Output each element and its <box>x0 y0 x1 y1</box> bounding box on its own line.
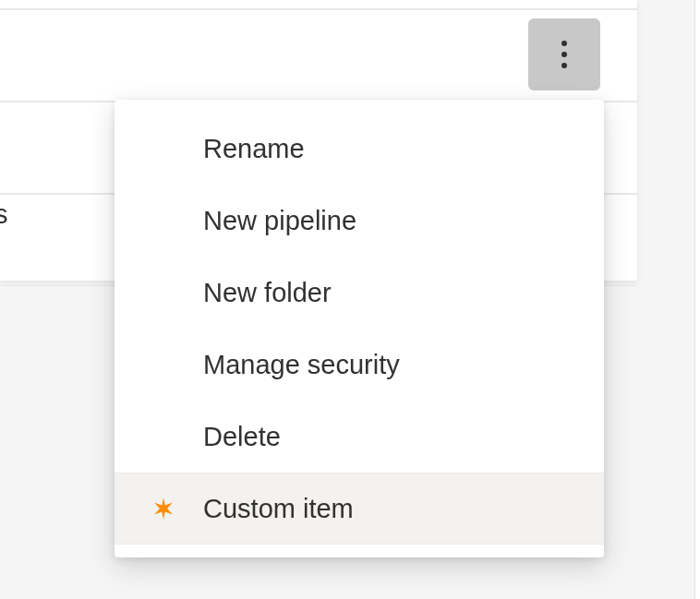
menu-item-rename[interactable]: Rename <box>115 113 604 185</box>
menu-item-label: New pipeline <box>203 206 356 236</box>
svg-point-0 <box>561 41 567 46</box>
svg-point-1 <box>561 52 567 57</box>
menu-item-new-folder[interactable]: New folder <box>115 257 604 329</box>
more-options-button[interactable] <box>528 18 600 90</box>
menu-item-delete[interactable]: Delete <box>115 401 604 473</box>
svg-point-2 <box>561 63 567 68</box>
menu-item-new-pipeline[interactable]: New pipeline <box>115 185 604 257</box>
menu-item-label: Custom item <box>203 494 354 524</box>
menu-item-label: Rename <box>203 134 305 164</box>
panel-row <box>0 0 637 9</box>
truncated-text: s <box>0 199 8 230</box>
context-menu: Rename New pipeline New folder Manage se… <box>115 100 604 557</box>
vertical-dots-icon <box>561 41 567 68</box>
menu-item-manage-security[interactable]: Manage security <box>115 329 604 401</box>
menu-item-label: New folder <box>203 278 332 308</box>
right-panel-edge <box>694 0 700 599</box>
menu-item-label: Delete <box>203 422 281 452</box>
asterisk-icon <box>150 495 177 522</box>
menu-item-custom[interactable]: Custom item <box>115 473 604 545</box>
menu-item-label: Manage security <box>203 350 400 380</box>
